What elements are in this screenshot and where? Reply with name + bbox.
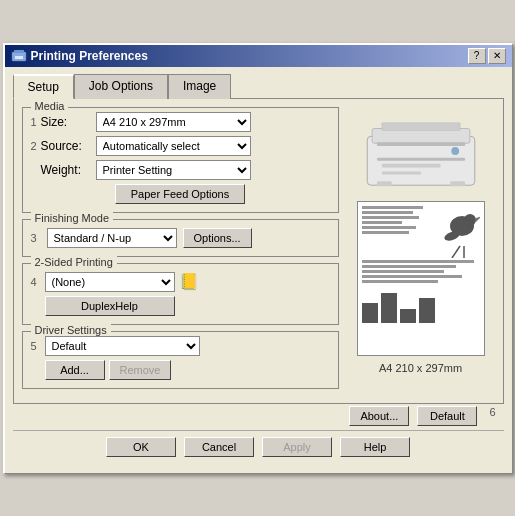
default-btn[interactable]: Default — [417, 406, 477, 426]
two-sided-group: 2-Sided Printing 4 (None) Long Edge Flip… — [22, 263, 339, 325]
svg-rect-1 — [14, 50, 24, 53]
svg-rect-11 — [377, 181, 392, 186]
svg-rect-10 — [381, 171, 420, 174]
preview-caption: A4 210 x 297mm — [379, 362, 462, 374]
size-label: Size: — [41, 115, 96, 129]
left-column: Media 1 Size: A4 210 x 297mm A3 Letter L… — [22, 107, 339, 395]
source-row: 2 Source: Automatically select Tray 1 Tr… — [31, 136, 330, 156]
svg-marker-15 — [476, 216, 480, 222]
size-select[interactable]: A4 210 x 297mm A3 Letter Legal — [96, 112, 251, 132]
num4-badge: 4 — [31, 276, 41, 288]
finishing-options-btn[interactable]: Options... — [183, 228, 252, 248]
finishing-row: 3 Standard / N-up Booklet Poster Options… — [31, 228, 330, 248]
help-btn[interactable]: Help — [340, 437, 410, 457]
main-window: Printing Preferences ? ✕ Setup Job Optio… — [3, 43, 513, 474]
window-title: Printing Preferences — [31, 49, 148, 63]
remove-btn[interactable]: Remove — [109, 360, 172, 380]
tab-image[interactable]: Image — [168, 74, 231, 99]
preview-bird-icon — [432, 206, 480, 258]
tab-setup[interactable]: Setup — [13, 74, 74, 99]
add-btn[interactable]: Add... — [45, 360, 105, 380]
num2-badge: 2 — [31, 140, 41, 152]
finishing-group-label: Finishing Mode — [31, 212, 114, 224]
svg-rect-6 — [377, 142, 465, 146]
preview-chart — [362, 293, 480, 323]
duplex-icon[interactable]: 📒 — [179, 272, 199, 291]
preview-box — [357, 201, 485, 356]
right-column: A4 210 x 297mm — [347, 107, 495, 395]
help-title-btn[interactable]: ? — [468, 48, 486, 64]
driver-settings-group: Driver Settings 5 Default Custom1 Custom… — [22, 331, 339, 389]
num5-badge: 5 — [31, 340, 41, 352]
tab-job-options[interactable]: Job Options — [74, 74, 168, 99]
num3-badge: 3 — [31, 232, 41, 244]
svg-line-17 — [452, 246, 460, 258]
svg-point-8 — [451, 147, 459, 155]
duplex-help-btn[interactable]: DuplexHelp — [45, 296, 175, 316]
svg-rect-2 — [15, 56, 23, 59]
num6-badge: 6 — [489, 406, 495, 426]
source-select[interactable]: Automatically select Tray 1 Tray 2 Manua… — [96, 136, 251, 156]
size-row: 1 Size: A4 210 x 297mm A3 Letter Legal — [31, 112, 330, 132]
apply-btn[interactable]: Apply — [262, 437, 332, 457]
svg-rect-7 — [377, 157, 465, 160]
about-btn[interactable]: About... — [349, 406, 409, 426]
driver-row: 5 Default Custom1 Custom2 — [31, 336, 330, 356]
weight-row: Weight: Printer Setting Light Medium Hea… — [31, 160, 330, 180]
two-sided-group-label: 2-Sided Printing — [31, 256, 117, 268]
dialog-content: Setup Job Options Image Media 1 Size: A4… — [5, 67, 512, 473]
weight-select[interactable]: Printer Setting Light Medium Heavy — [96, 160, 251, 180]
title-icon — [11, 48, 27, 64]
media-group-label: Media — [31, 100, 69, 112]
media-group: Media 1 Size: A4 210 x 297mm A3 Letter L… — [22, 107, 339, 213]
paper-feed-options-btn[interactable]: Paper Feed Options — [115, 184, 245, 204]
driver-settings-select[interactable]: Default Custom1 Custom2 — [45, 336, 200, 356]
cancel-btn[interactable]: Cancel — [184, 437, 254, 457]
tabs: Setup Job Options Image — [13, 73, 504, 99]
two-sided-row: 4 (None) Long Edge Flip Short Edge Flip … — [31, 272, 330, 292]
tab-setup-content: Media 1 Size: A4 210 x 297mm A3 Letter L… — [13, 99, 504, 404]
num1-badge: 1 — [31, 116, 41, 128]
finishing-group: Finishing Mode 3 Standard / N-up Booklet… — [22, 219, 339, 257]
close-title-btn[interactable]: ✕ — [488, 48, 506, 64]
printer-image — [362, 107, 480, 195]
about-default-row: About... Default 6 — [13, 404, 504, 430]
svg-point-14 — [464, 214, 476, 226]
source-label: Source: — [41, 139, 96, 153]
title-bar: Printing Preferences ? ✕ — [5, 45, 512, 67]
svg-rect-5 — [381, 122, 459, 130]
weight-label: Weight: — [41, 163, 96, 177]
svg-rect-9 — [381, 163, 440, 167]
svg-rect-12 — [450, 181, 465, 186]
driver-btn-row: Add... Remove — [31, 360, 330, 380]
two-sided-select[interactable]: (None) Long Edge Flip Short Edge Flip — [45, 272, 175, 292]
ok-cancel-row: OK Cancel Apply Help — [13, 430, 504, 465]
ok-btn[interactable]: OK — [106, 437, 176, 457]
finishing-select[interactable]: Standard / N-up Booklet Poster — [47, 228, 177, 248]
driver-settings-group-label: Driver Settings — [31, 324, 111, 336]
